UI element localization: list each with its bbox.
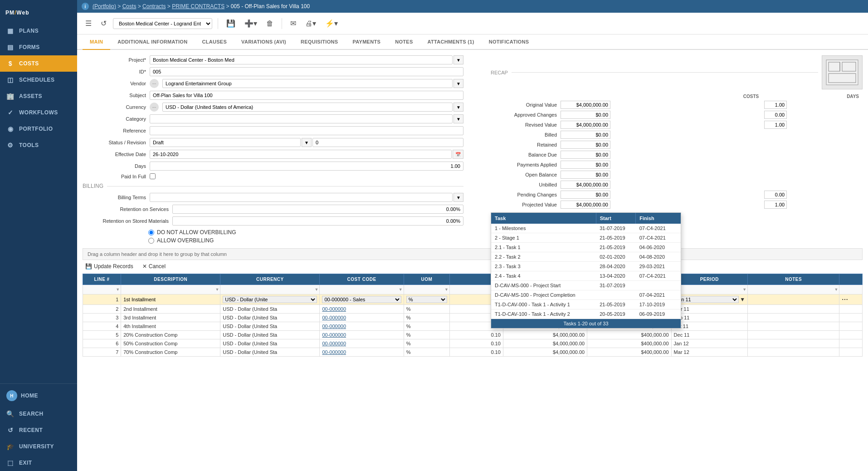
sidebar-item-schedules[interactable]: ◫ SCHEDULES [0,72,77,88]
select-uom-1[interactable]: % [406,296,447,303]
sidebar-item-plans[interactable]: ▦ PLANS [0,23,77,39]
vendor-input[interactable] [162,79,453,88]
lightning-button[interactable]: ⚡▾ [322,17,341,29]
sidebar-item-home[interactable]: H HOME [0,386,77,406]
task-popup-row[interactable]: D-CAV-MS-100 - Project Completion 07-04-… [491,290,681,300]
reference-input[interactable] [150,126,463,135]
tab-clauses[interactable]: CLAUSES [195,34,234,50]
cancel-button[interactable]: ✕ Cancel [140,262,168,271]
recap-costs-open-balance[interactable] [561,171,610,179]
recap-days-projected[interactable] [764,201,787,209]
recap-days-pending[interactable] [764,191,787,199]
recap-costs-approved[interactable] [561,111,610,119]
tab-requisitions[interactable]: REQUISITIONS [293,34,345,50]
sidebar-item-forms[interactable]: ▤ FORMS [0,39,77,55]
category-input[interactable] [150,114,453,123]
sidebar-item-university[interactable]: 🎓 UNIVERSITY [0,438,77,455]
tab-notifications[interactable]: NOTIFICATIONS [482,34,536,50]
currency-input[interactable] [162,103,453,112]
filter-uom[interactable] [405,286,444,293]
tab-notes[interactable]: NOTES [388,34,420,50]
table-scroll-container[interactable]: LINE # DESCRIPTION CURRENCY COST CODE UO… [83,274,863,357]
task-popup-row[interactable]: 2.2 - Task 2 02-01-2020 04-08-2020 [491,252,681,262]
filter-notes[interactable] [749,286,833,293]
recap-days-original[interactable] [764,101,787,109]
sidebar-item-costs[interactable]: $ COSTS [0,55,77,72]
breadcrumb-contracts[interactable]: Contracts [142,3,166,10]
vendor-dropdown-btn[interactable]: ▼ [454,79,463,88]
vendor-helper-icon[interactable]: ··· [150,79,159,88]
save-button[interactable]: 💾 [224,17,238,29]
filter-period[interactable] [673,286,742,293]
select-currency-1[interactable]: USD - Dollar (Unite [223,296,317,303]
tab-attachments[interactable]: ATTACHMENTS (1) [420,34,482,50]
tab-variations[interactable]: VARIATIONS (AVI) [234,34,293,50]
recap-costs-retained[interactable] [561,141,610,149]
recap-costs-revised[interactable] [561,121,610,129]
tab-main[interactable]: MAIN [83,34,110,50]
delete-button[interactable]: 🗑 [263,18,276,29]
sidebar-item-assets[interactable]: 🏢 ASSETS [0,88,77,104]
undo-button[interactable]: ↺ [98,17,109,29]
tab-payments[interactable]: PAYMENTS [345,34,388,50]
currency-dropdown-btn[interactable]: ▼ [454,103,463,112]
currency-helper-icon[interactable]: ··· [150,103,159,112]
sidebar-item-tools[interactable]: ⚙ TOOLS [0,137,77,153]
input-desc-1[interactable] [123,297,218,302]
calendar-icon[interactable]: 📅 [453,150,463,159]
revision-input[interactable] [312,138,463,147]
recap-costs-payments[interactable] [561,161,610,169]
project-input[interactable] [150,55,453,64]
filter-line[interactable] [84,286,115,293]
project-selector[interactable]: Boston Medical Center - Logrand Ent [113,18,212,29]
breadcrumb-costs[interactable]: Costs [122,3,137,10]
sidebar-item-portfolio[interactable]: ◉ PORTFOLIO [0,121,77,137]
sidebar-item-search[interactable]: 🔍 SEARCH [0,406,77,422]
select-code-1[interactable]: 00-000000 - Sales [322,296,401,303]
do-not-allow-radio[interactable] [148,230,154,236]
recap-costs-unbilled[interactable] [561,181,610,189]
row-action-button-1[interactable]: ⋯ [842,296,848,303]
recap-days-approved[interactable] [764,111,787,119]
task-popup-row[interactable]: 1 - Milestones 31-07-2019 07-C4-2021 [491,224,681,233]
task-popup-row[interactable]: 2.4 - Task 4 13-04-2020 07-C4-2021 [491,271,681,281]
breadcrumb-portfolio[interactable]: (Portfolio) [93,3,116,10]
menu-button[interactable]: ☰ [83,17,94,29]
tab-additional[interactable]: ADDITIONAL INFORMATION [110,34,195,50]
print-button[interactable]: 🖨▾ [302,17,319,29]
filter-code[interactable] [321,286,397,293]
recap-costs-original[interactable] [561,101,610,109]
subject-input[interactable] [150,91,463,100]
recap-costs-balance[interactable] [561,151,610,159]
breadcrumb-prime-contracts[interactable]: PRIME CONTRACTS [172,3,224,10]
allow-radio[interactable] [148,238,154,244]
update-records-button[interactable]: 💾 Update Records [83,262,136,271]
select-period-1[interactable]: Jan 11 [674,296,739,303]
info-icon[interactable]: i [82,3,89,10]
filter-desc[interactable] [122,286,214,293]
id-input[interactable] [150,67,463,76]
email-button[interactable]: ✉ [288,17,299,29]
recap-costs-pending[interactable] [561,191,610,199]
recap-costs-billed[interactable] [561,131,610,139]
paid-in-full-checkbox[interactable] [150,173,156,179]
task-popup-row[interactable]: T1-D-CAV-000 - Task 1 - Activity 1 21-05… [491,300,681,309]
billing-terms-input[interactable] [150,193,453,202]
sidebar-item-exit[interactable]: ⬚ EXIT [0,455,77,471]
sidebar-item-workflows[interactable]: ✓ WORKFLOWS [0,104,77,121]
status-input[interactable] [150,138,301,147]
billing-terms-dropdown-btn[interactable]: ▼ [454,193,463,202]
task-popup-row[interactable]: 2.1 - Task 1 21-05-2019 04-06-2020 [491,243,681,252]
recap-costs-projected[interactable] [561,201,610,209]
filter-currency[interactable] [221,286,313,293]
task-popup-row[interactable]: D-CAV-MS-000 - Project Start 31-07-2019 [491,281,681,290]
retention-services-input[interactable] [172,205,463,214]
project-dropdown-btn[interactable]: ▼ [454,55,463,64]
category-dropdown-btn[interactable]: ▼ [454,114,463,123]
days-input[interactable] [150,162,463,171]
task-popup-row[interactable]: 2.3 - Task 3 28-04-2020 29-03-2021 [491,262,681,271]
task-popup-row[interactable]: T1-D-CAV-100 - Task 1 - Activity 2 20-05… [491,309,681,319]
task-popup-row[interactable]: 2 - Stage 1 21-05-2019 07-C4-2021 [491,233,681,243]
retention-materials-input[interactable] [172,216,463,226]
sidebar-item-recent[interactable]: ↺ RECENT [0,422,77,438]
